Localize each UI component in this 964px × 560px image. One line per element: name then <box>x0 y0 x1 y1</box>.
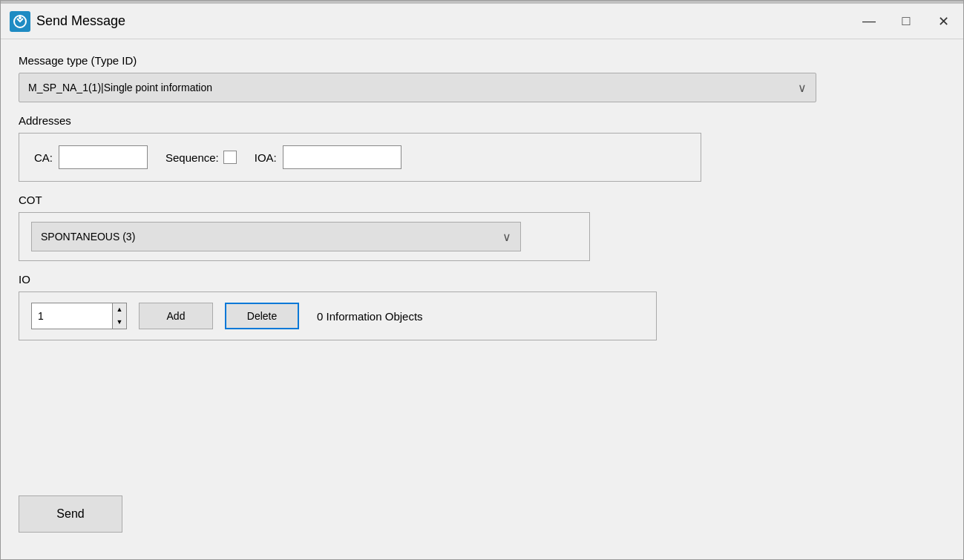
message-type-value: M_SP_NA_1(1)|Single point information <box>28 82 798 93</box>
spinner-up-button[interactable]: ▲ <box>113 303 126 316</box>
window-title: Send Message <box>36 13 858 29</box>
send-button[interactable]: Send <box>19 495 122 533</box>
maximize-button[interactable]: □ <box>895 10 917 33</box>
main-window: Send Message — □ ✕ Message type (Type ID… <box>0 0 964 560</box>
addresses-box: CA: Sequence: IOA: <box>19 133 701 182</box>
io-spinner: ▲ ▼ <box>31 303 127 329</box>
cot-arrow: ∨ <box>502 230 511 244</box>
cot-label: COT <box>19 194 945 206</box>
sequence-checkbox[interactable] <box>223 151 237 164</box>
title-bar: Send Message — □ ✕ <box>1 4 963 39</box>
svg-point-2 <box>19 16 22 19</box>
addresses-section: Addresses CA: Sequence: IOA: <box>19 114 945 182</box>
ca-input[interactable] <box>59 145 148 169</box>
delete-button[interactable]: Delete <box>225 303 299 329</box>
info-objects-text: 0 Information Objects <box>317 310 423 323</box>
io-section: IO ▲ ▼ Add Delete 0 Information Objects <box>19 273 945 340</box>
io-box: ▲ ▼ Add Delete 0 Information Objects <box>19 291 657 340</box>
addresses-row: CA: Sequence: IOA: <box>34 145 686 169</box>
cot-section: COT SPONTANEOUS (3) ∨ <box>19 194 945 261</box>
message-type-label: Message type (Type ID) <box>19 54 945 67</box>
send-section: Send <box>19 495 945 544</box>
cot-box: SPONTANEOUS (3) ∨ <box>19 212 590 261</box>
io-label: IO <box>19 273 945 286</box>
io-row: ▲ ▼ Add Delete 0 Information Objects <box>31 303 644 329</box>
cot-value: SPONTANEOUS (3) <box>41 231 502 243</box>
io-spinner-input[interactable] <box>31 303 113 329</box>
cot-dropdown[interactable]: SPONTANEOUS (3) ∨ <box>31 222 521 251</box>
close-button[interactable]: ✕ <box>932 10 954 33</box>
content-area: Message type (Type ID) M_SP_NA_1(1)|Sing… <box>1 39 963 559</box>
message-type-section: Message type (Type ID) M_SP_NA_1(1)|Sing… <box>19 54 945 102</box>
message-type-arrow: ∨ <box>798 81 807 95</box>
addresses-label: Addresses <box>19 114 945 127</box>
ca-field-group: CA: <box>34 145 148 169</box>
sequence-label: Sequence: <box>165 151 219 164</box>
sequence-field-group: Sequence: <box>165 151 237 164</box>
ioa-label: IOA: <box>255 151 277 164</box>
message-type-dropdown[interactable]: M_SP_NA_1(1)|Single point information ∨ <box>19 73 816 102</box>
app-icon <box>10 11 30 32</box>
window-controls: — □ ✕ <box>858 10 954 33</box>
ioa-field-group: IOA: <box>255 145 401 169</box>
ioa-input[interactable] <box>283 145 401 169</box>
minimize-button[interactable]: — <box>858 10 880 33</box>
ca-label: CA: <box>34 151 53 164</box>
add-button[interactable]: Add <box>139 303 213 329</box>
spinner-buttons: ▲ ▼ <box>113 303 127 329</box>
spinner-down-button[interactable]: ▼ <box>113 316 126 329</box>
